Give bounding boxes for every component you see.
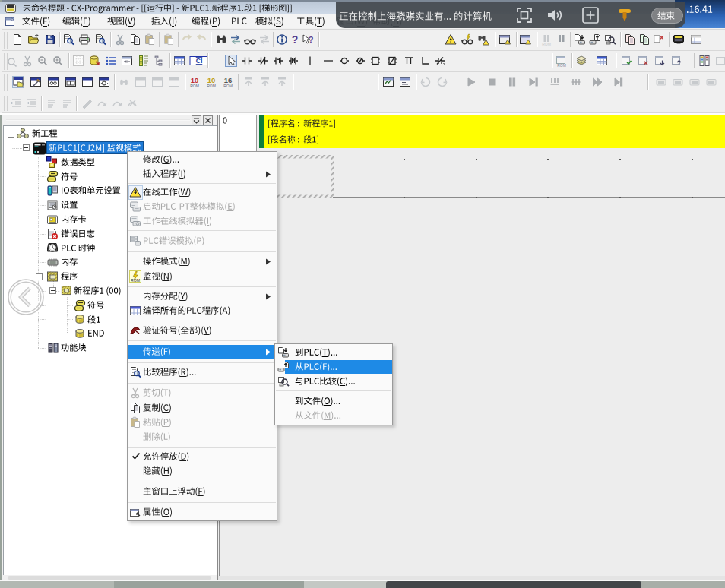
svg-text:?: ?: [292, 33, 299, 46]
svg-text:ROM: ROM: [542, 42, 551, 46]
svg-text:ROM: ROM: [557, 63, 566, 68]
svg-text:ROM: ROM: [131, 278, 140, 283]
svg-text:?: ?: [309, 35, 314, 44]
svg-text:CI: CI: [196, 57, 203, 65]
svg-text:ROM: ROM: [223, 84, 233, 88]
svg-text:ROM: ROM: [190, 84, 199, 88]
svg-text:ROM: ROM: [207, 84, 216, 88]
